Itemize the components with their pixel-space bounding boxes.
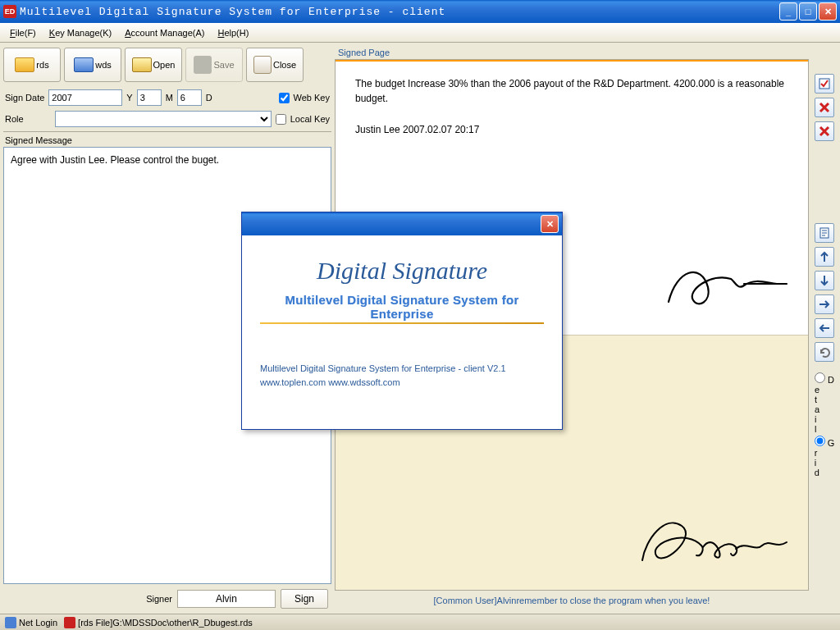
- page-1-signer-line: Justin Lee 2007.02.07 20:17: [355, 122, 788, 137]
- detail-radio[interactable]: Detail: [815, 372, 834, 434]
- year-suffix: Y: [126, 93, 132, 103]
- open-label: Open: [153, 60, 176, 70]
- arrow-up-button[interactable]: [815, 247, 834, 267]
- rds-file-label: [rds File]G:\MDSSDoc\other\R_Dbugest.rds: [78, 618, 253, 628]
- page-1-body: The budget Increase 30% than the 2006 pa…: [355, 76, 788, 106]
- about-subtitle: Multilevel Digital Signature System for …: [260, 293, 544, 321]
- month-input[interactable]: [137, 89, 162, 106]
- menu-bar: File(F) Key Manage(K) Account Manage(A) …: [0, 23, 840, 43]
- open-folder-icon: [132, 57, 152, 72]
- menu-key-manage[interactable]: Key Manage(K): [43, 26, 118, 39]
- arrow-left-button[interactable]: [815, 318, 834, 338]
- signer-name: Alvin: [177, 590, 276, 608]
- sign-button[interactable]: Sign: [281, 589, 328, 609]
- web-key-checkbox[interactable]: [279, 93, 290, 103]
- grid-radio[interactable]: Grid: [815, 436, 835, 477]
- toolbar: rds wds Open Save Close: [3, 46, 331, 87]
- month-suffix: M: [166, 93, 173, 103]
- folder-icon: [15, 57, 34, 72]
- rds-button[interactable]: rds: [3, 48, 61, 82]
- net-login-icon: [5, 617, 16, 628]
- menu-file[interactable]: File(F): [3, 26, 43, 39]
- role-row: Role Local Key: [3, 108, 331, 130]
- save-icon: [194, 56, 212, 74]
- side-toolbar: Detail Grid: [812, 46, 837, 610]
- about-title: Digital Signature: [260, 257, 544, 285]
- signature-2: [637, 509, 793, 575]
- rds-icon: [64, 617, 75, 628]
- local-key-label: Local Key: [290, 114, 330, 124]
- app-icon: ED: [3, 5, 16, 18]
- wds-label: wds: [95, 60, 112, 70]
- menu-help[interactable]: Help(H): [211, 26, 255, 39]
- delete-red-button-2[interactable]: [815, 121, 834, 141]
- role-label: Role: [5, 114, 51, 124]
- close-label: Close: [273, 60, 296, 70]
- about-titlebar: ✕: [242, 212, 562, 235]
- day-suffix: D: [206, 93, 212, 103]
- status-message: [Common User]Alvinremember to close the …: [335, 591, 809, 610]
- signed-message-label: Signed Message: [3, 131, 331, 147]
- sign-date-row: Sign Date Y M D Web Key: [3, 87, 331, 108]
- signed-page-label: Signed Page: [335, 46, 809, 59]
- rds-label: rds: [36, 60, 48, 70]
- maximize-button[interactable]: □: [799, 2, 817, 21]
- save-label: Save: [213, 60, 234, 70]
- about-info: Multilevel Digital Signature System for …: [260, 362, 544, 389]
- close-file-icon: [253, 56, 272, 74]
- window-titlebar: ED Multilevel Digital Signature System f…: [0, 0, 840, 23]
- menu-account-manage[interactable]: Account Manage(A): [118, 26, 211, 39]
- web-key-label: Web Key: [294, 93, 330, 103]
- document-button[interactable]: [815, 223, 834, 243]
- role-select[interactable]: [55, 111, 272, 127]
- sign-date-label: Sign Date: [5, 93, 44, 103]
- status-bar: Net Login [rds File]G:\MDSSDoc\other\R_D…: [0, 614, 840, 630]
- view-mode-radios: Detail Grid: [815, 372, 835, 477]
- save-button: Save: [185, 48, 243, 82]
- net-login-status[interactable]: Net Login: [5, 617, 57, 628]
- year-input[interactable]: [48, 89, 122, 106]
- signature-1: [662, 259, 793, 315]
- day-input[interactable]: [177, 89, 202, 106]
- minimize-button[interactable]: _: [779, 2, 797, 21]
- signer-row: Signer Alvin Sign: [3, 584, 331, 610]
- delete-red-button[interactable]: [815, 98, 834, 117]
- signer-label: Signer: [146, 594, 172, 604]
- about-divider: [260, 322, 544, 324]
- close-file-button[interactable]: Close: [246, 48, 304, 82]
- folder-icon: [74, 57, 94, 72]
- arrow-down-button[interactable]: [815, 271, 834, 290]
- undo-button[interactable]: [815, 342, 834, 362]
- about-dialog: ✕ Digital Signature Multilevel Digital S…: [241, 212, 563, 430]
- rds-file-status[interactable]: [rds File]G:\MDSSDoc\other\R_Dbugest.rds: [64, 617, 253, 628]
- flag-check-button[interactable]: [815, 74, 834, 94]
- about-line-1: Multilevel Digital Signature System for …: [260, 362, 544, 376]
- local-key-checkbox[interactable]: [276, 114, 286, 125]
- window-title: Multilevel Digital Signature System for …: [20, 6, 779, 18]
- net-login-label: Net Login: [19, 618, 57, 628]
- about-line-2: www.toplen.com www.wdssoft.com: [260, 376, 544, 390]
- arrow-right-button[interactable]: [815, 294, 834, 314]
- close-button[interactable]: ✕: [819, 2, 837, 21]
- open-button[interactable]: Open: [125, 48, 182, 82]
- about-close-button[interactable]: ✕: [541, 215, 559, 233]
- wds-button[interactable]: wds: [64, 48, 121, 82]
